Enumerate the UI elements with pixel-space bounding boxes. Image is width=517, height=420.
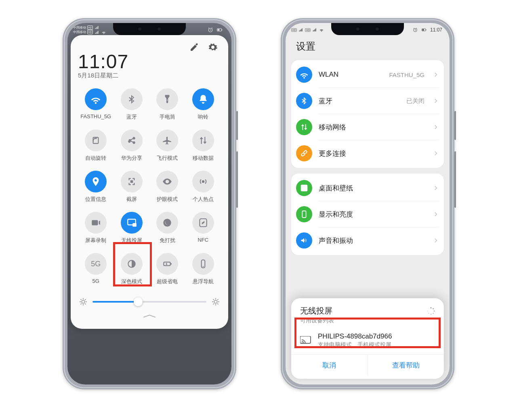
toggle-airplane[interactable]: 飞行模式: [149, 130, 185, 162]
alarm-icon: [207, 27, 214, 33]
eye-icon: [156, 171, 178, 192]
cast-icon: [300, 336, 311, 345]
toggle-cast[interactable]: 无线投屏: [114, 212, 150, 244]
cast-title: 无线投屏: [300, 305, 334, 316]
hotspot-icon: [192, 171, 214, 192]
toggle-label: FASTHU_5G: [80, 113, 111, 119]
page-title: 设置: [296, 40, 315, 53]
chevron-right-icon: [433, 98, 438, 103]
toggle-label: 位置信息: [85, 196, 106, 203]
toggle-label: 截屏: [126, 196, 137, 203]
toggle-rotate[interactable]: 自动旋转: [78, 130, 114, 162]
notch: [113, 23, 186, 35]
alarm-icon: [412, 27, 418, 33]
settings-row-more[interactable]: 更多连接: [291, 140, 444, 166]
chevron-right-icon: [433, 212, 438, 217]
settings-row-bt[interactable]: 蓝牙已关闭: [291, 88, 444, 114]
toggle-label: 华为分享: [121, 155, 142, 162]
dock-icon: [192, 253, 214, 275]
gear-icon[interactable]: [208, 42, 218, 54]
toggle-bt[interactable]: 蓝牙: [114, 88, 150, 121]
chevron-right-icon: [433, 151, 438, 156]
nfc-icon: [192, 212, 214, 234]
toggle-battery[interactable]: 超级省电: [149, 253, 185, 285]
phone-left: 中国移动HD 中国移动HD 11:07 5月18日星期二 FASTHU_5G蓝牙…: [63, 18, 236, 389]
toggle-share[interactable]: 华为分享: [114, 130, 150, 162]
cast-sheet: 无线投屏 可用设备列表 PHILIPS-4898cab7d966 支持电脑模式、…: [291, 298, 444, 379]
settings-row-wall[interactable]: 桌面和壁纸: [291, 175, 444, 201]
phone-right: HD HD 11:07 设置 WLANFASTHU_5G蓝牙已关闭移动网络更多连…: [281, 18, 454, 389]
chevron-right-icon: [433, 238, 438, 243]
fiveg-icon: 5G: [85, 253, 107, 275]
toggle-label: 5G: [92, 278, 99, 284]
notch: [331, 23, 404, 35]
bluetooth-icon: [121, 88, 143, 110]
status-time: 11:07: [430, 27, 442, 33]
toggle-torch[interactable]: 手电筒: [149, 88, 185, 121]
chevron-right-icon: [433, 186, 438, 190]
toggle-label: 蓝牙: [126, 113, 137, 121]
toggle-eye[interactable]: 护眼模式: [149, 171, 185, 203]
cast-device-desc: 支持电脑模式、手机模式投屏: [318, 341, 392, 349]
wifi-icon: [296, 67, 312, 83]
row-label: 更多连接: [319, 149, 425, 158]
settings-row-display[interactable]: 显示和亮度: [291, 201, 444, 227]
row-label: 移动网络: [319, 123, 425, 132]
settings-row-mobile[interactable]: 移动网络: [291, 114, 444, 140]
toggle-wifi[interactable]: FASTHU_5G: [78, 88, 114, 121]
settings-row-wlan[interactable]: WLANFASTHU_5G: [291, 62, 444, 88]
row-value: FASTHU_5G: [389, 71, 425, 78]
toggle-label: 免打扰: [160, 237, 175, 244]
rotate-icon: [85, 130, 107, 151]
toggle-dark[interactable]: 深色模式: [114, 253, 150, 285]
bell-icon: [192, 88, 214, 110]
toggle-label: 自动旋转: [85, 155, 106, 162]
cast-device-row[interactable]: PHILIPS-4898cab7d966 支持电脑模式、手机模式投屏: [291, 327, 444, 354]
toggle-sshot[interactable]: 截屏: [114, 171, 150, 203]
cast-icon: [121, 212, 143, 234]
row-label: 声音和振动: [319, 236, 425, 245]
cast-subtitle: 可用设备列表: [300, 317, 334, 324]
toggle-label: 深色模式: [121, 278, 142, 285]
clock-time: 11:07: [78, 50, 221, 73]
brightness-low-icon: [79, 297, 88, 306]
toggle-label: 无线投屏: [121, 237, 142, 244]
phone-icon: [296, 206, 312, 222]
chevron-right-icon: [433, 125, 438, 130]
settings-row-sound[interactable]: 声音和振动: [291, 228, 444, 253]
toggle-label: 响铃: [198, 113, 208, 121]
link-icon: [296, 145, 312, 161]
battery-save-icon: [156, 253, 178, 275]
drag-handle-icon[interactable]: [78, 313, 221, 318]
toggle-location[interactable]: 位置信息: [78, 171, 114, 203]
chevron-right-icon: [433, 72, 438, 77]
toggle-data[interactable]: 移动数据: [185, 130, 221, 162]
share-icon: [121, 130, 143, 151]
row-value: 已关闭: [406, 97, 425, 105]
toggle-label: 个人热点: [193, 196, 214, 203]
brightness-slider[interactable]: [78, 297, 221, 306]
wallpaper-icon: [296, 180, 312, 196]
toggle-ring[interactable]: 响铃: [185, 88, 221, 121]
brightness-high-icon: [211, 297, 220, 306]
help-button[interactable]: 查看帮助: [368, 355, 444, 376]
toggle-dock[interactable]: 悬浮导航: [185, 253, 221, 285]
toggle-nfc[interactable]: NFC: [185, 212, 221, 244]
dark-icon: [121, 253, 143, 275]
toggle-record[interactable]: 屏幕录制: [78, 212, 114, 244]
toggle-label: 手电筒: [160, 113, 175, 121]
cancel-button[interactable]: 取消: [291, 355, 368, 376]
toggle-label: 护眼模式: [157, 196, 178, 203]
toggle-fiveg[interactable]: 5G5G: [78, 253, 114, 285]
toggle-dnd[interactable]: 免打扰: [149, 212, 185, 244]
record-icon: [85, 212, 107, 234]
row-label: 显示和亮度: [319, 210, 425, 219]
sound-icon: [296, 232, 312, 249]
row-label: WLAN: [319, 71, 382, 79]
toggle-hotspot[interactable]: 个人热点: [185, 171, 221, 203]
toggle-label: NFC: [198, 237, 208, 243]
location-icon: [85, 171, 107, 192]
cast-device-name: PHILIPS-4898cab7d966: [318, 332, 392, 341]
data-icon: [192, 130, 214, 151]
edit-icon[interactable]: [189, 42, 199, 54]
